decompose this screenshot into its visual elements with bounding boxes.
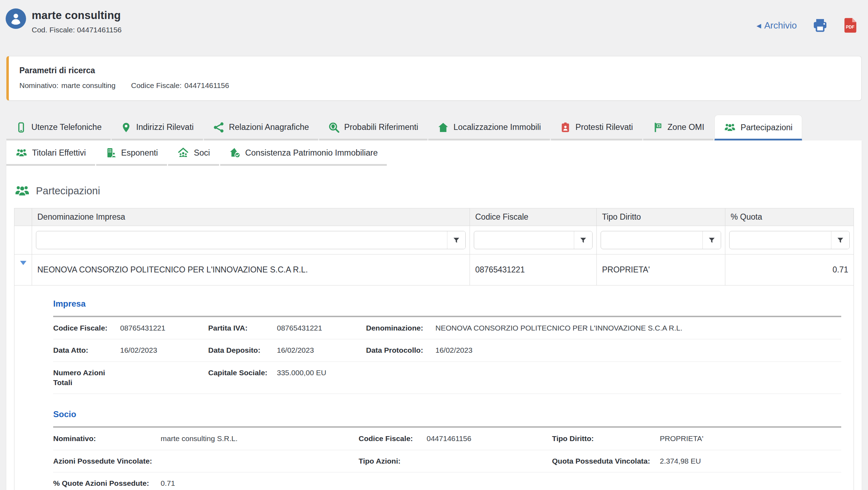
person-icon — [9, 11, 23, 26]
archive-link[interactable]: ◀ Archivio — [756, 20, 797, 31]
expand-cell — [14, 255, 32, 285]
tab-label: Titolari Effettivi — [32, 148, 86, 158]
company-fiscal-code: Cod. Fiscale: 04471461156 — [32, 26, 122, 34]
detail-row: Codice Fiscale: 08765431221 Partita IVA:… — [53, 317, 841, 339]
filter-button[interactable] — [447, 231, 465, 249]
tab-content: Partecipazioni Denominazione Impresa Cod… — [6, 166, 862, 490]
house-check-icon — [229, 147, 241, 158]
nominativo-label: Nominativo: — [19, 81, 58, 90]
tab-consistenza-patrimonio[interactable]: Consistenza Patrimonio Immobiliare — [220, 140, 387, 166]
tab-label: Soci — [194, 148, 210, 158]
tab-relazioni-anagrafiche[interactable]: Relazioni Anagrafiche — [204, 115, 318, 140]
tab-label: Esponenti — [121, 148, 158, 158]
people-group-icon — [16, 147, 27, 158]
cell-quota: 0.71 — [725, 255, 854, 285]
impresa-detail-table: Codice Fiscale: 08765431221 Partita IVA:… — [53, 316, 841, 394]
detail-label: Tipo Diritto: — [552, 434, 660, 444]
company-name: marte consulting — [32, 9, 122, 22]
pdf-file-icon: PDF — [843, 18, 857, 33]
detail-label: Numero Azioni Totali — [53, 368, 120, 388]
section-title: Partecipazioni — [36, 185, 100, 197]
svg-text:PDF: PDF — [846, 25, 855, 30]
caret-left-icon: ◀ — [756, 22, 761, 29]
detail-row: % Quote Azioni Possedute: 0.71 — [53, 472, 841, 490]
id-badge-icon — [560, 122, 571, 133]
funnel-icon — [580, 237, 587, 243]
detail-value: PROPRIETA' — [660, 434, 841, 444]
header-titles: marte consulting Cod. Fiscale: 044714611… — [32, 5, 122, 34]
detail-label: Azioni Possedute Vincolate: — [53, 456, 161, 466]
detail-row: Data Atto: 16/02/2023 Data Deposito: 16/… — [53, 339, 841, 362]
cell-codice-fiscale: 08765431221 — [470, 255, 597, 285]
sign-icon — [652, 122, 663, 133]
collapse-row-caret-icon[interactable] — [20, 261, 26, 274]
main-card: Titolari Effettivi Esponenti Soci Consis… — [6, 140, 862, 490]
codice-fiscale-value: 04471461156 — [185, 81, 229, 90]
map-pin-icon — [121, 122, 131, 133]
tab-partecipazioni[interactable]: Partecipazioni — [714, 115, 802, 140]
printer-icon — [812, 18, 828, 33]
funnel-icon — [708, 237, 715, 243]
detail-label: Capitale Sociale: — [208, 368, 277, 378]
building-user-icon — [105, 147, 117, 158]
filter-quota — [729, 231, 850, 249]
filter-input-denominazione[interactable] — [36, 231, 447, 249]
detail-label: Codice Fiscale: — [53, 323, 120, 333]
search-location-icon — [328, 122, 340, 133]
detail-value: 2.374,98 EU — [660, 456, 841, 466]
detail-value: 335.000,00 EU — [277, 368, 366, 378]
nominativo-value: marte consulting — [61, 81, 116, 90]
detail-label: Nominativo: — [53, 434, 161, 444]
tab-label: Consistenza Patrimonio Immobiliare — [245, 148, 378, 158]
company-avatar — [6, 8, 26, 29]
detail-label: Codice Fiscale: — [359, 434, 427, 444]
detail-label: Data Deposito: — [208, 345, 277, 355]
impresa-section-title: Impresa — [53, 299, 841, 309]
filter-button[interactable] — [831, 231, 849, 249]
filter-denominazione — [36, 231, 466, 249]
tab-utenze-telefoniche[interactable]: Utenze Telefoniche — [6, 115, 111, 140]
house-people-icon — [177, 147, 189, 158]
tab-probabili-riferimenti[interactable]: Probabili Riferimenti — [319, 115, 427, 140]
detail-label: Data Atto: — [53, 345, 120, 355]
search-params-title: Parametri di ricerca — [19, 66, 851, 75]
filter-button[interactable] — [574, 231, 592, 249]
detail-value: 16/02/2023 — [120, 345, 208, 355]
tab-label: Relazioni Anagrafiche — [229, 122, 309, 132]
filter-expand-cell — [14, 226, 32, 255]
archive-link-label: Archivio — [764, 20, 797, 31]
detail-value: 08765431221 — [277, 323, 366, 333]
print-button[interactable] — [812, 18, 828, 33]
people-group-icon — [724, 122, 736, 133]
tab-protesti-rilevati[interactable]: Protesti Rilevati — [551, 115, 642, 140]
tab-label: Probabili Riferimenti — [344, 122, 418, 132]
detail-label: % Quote Azioni Possedute: — [53, 478, 161, 488]
tab-soci[interactable]: Soci — [168, 140, 219, 166]
cell-tipo-diritto: PROPRIETA' — [597, 255, 725, 285]
header-actions: ◀ Archivio PDF — [756, 18, 857, 33]
filter-input-quota[interactable] — [730, 231, 831, 249]
tab-label: Protesti Rilevati — [575, 122, 633, 132]
detail-row: Azioni Possedute Vincolate: Tipo Azioni:… — [53, 450, 841, 472]
filter-button[interactable] — [702, 231, 721, 249]
tab-zone-omi[interactable]: Zone OMI — [643, 115, 713, 140]
table-row: NEONOVA CONSORZIO POLITECNICO PER L'INNO… — [14, 255, 854, 285]
tab-esponenti[interactable]: Esponenti — [96, 140, 167, 166]
detail-label: Quota Posseduta Vincolata: — [552, 456, 660, 466]
tab-indirizzi-rilevati[interactable]: Indirizzi Rilevati — [112, 115, 203, 140]
tab-label: Utenze Telefoniche — [31, 122, 101, 132]
detail-label: Partita IVA: — [208, 323, 277, 333]
expanded-detail-row: Impresa Codice Fiscale: 08765431221 Part… — [14, 285, 854, 490]
people-group-icon — [14, 183, 30, 198]
tab-bar-primary: Utenze Telefoniche Indirizzi Rilevati Re… — [6, 115, 862, 140]
export-pdf-button[interactable]: PDF — [843, 18, 857, 33]
funnel-icon — [837, 237, 844, 243]
detail-label: Tipo Azioni: — [359, 456, 427, 466]
tab-titolari-effettivi[interactable]: Titolari Effettivi — [6, 140, 95, 166]
table-header-row: Denominazione Impresa Codice Fiscale Tip… — [14, 208, 854, 226]
filter-input-codice-fiscale[interactable] — [474, 231, 574, 249]
filter-input-tipo-diritto[interactable] — [601, 231, 702, 249]
detail-value: 08765431221 — [120, 323, 208, 333]
filter-tipo-diritto — [601, 231, 721, 249]
tab-localizzazione-immobili[interactable]: Localizzazione Immobili — [428, 115, 550, 140]
